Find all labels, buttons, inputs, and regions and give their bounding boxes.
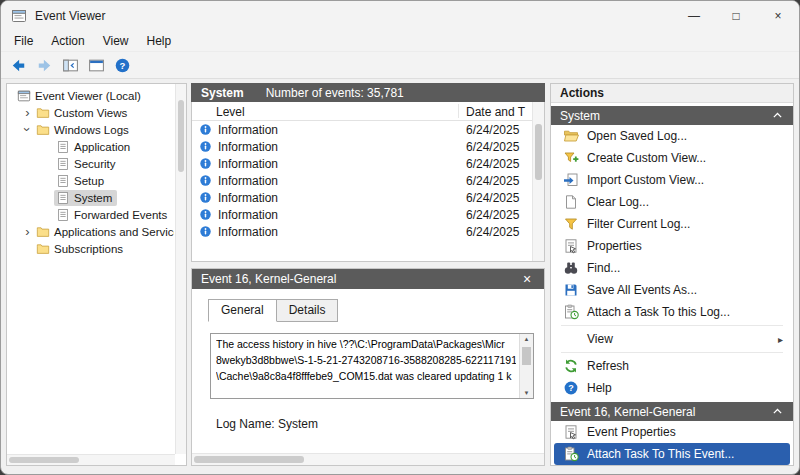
section-system-header[interactable]: System	[551, 106, 793, 125]
event-row[interactable]: Information 6/24/2025	[192, 206, 532, 223]
tree-item-inner[interactable]: Applications and Services Log	[34, 224, 174, 240]
event-row[interactable]: Information 6/24/2025	[192, 121, 532, 138]
column-date-and-time[interactable]: Date and T	[466, 105, 525, 119]
menu-item[interactable]: Action	[42, 32, 93, 50]
toolbar-button[interactable]	[85, 54, 108, 76]
task-icon	[563, 446, 579, 462]
actions-pane: Actions System Open Saved Log... Create …	[550, 83, 794, 466]
window-controls: — □ ×	[673, 1, 799, 31]
section-event-header[interactable]: Event 16, Kernel-General	[551, 402, 793, 421]
tree-item[interactable]: Windows Logs	[9, 121, 174, 138]
tree-item-inner[interactable]: Windows Logs	[34, 122, 134, 138]
tree-horizontal-scrollbar[interactable]	[7, 454, 175, 465]
action-item-label: Refresh	[587, 359, 629, 373]
tree-item-inner[interactable]: Setup	[54, 173, 109, 189]
action-item[interactable]: Import Custom View...	[551, 169, 793, 191]
tree-item-inner[interactable]: Custom Views	[34, 105, 132, 121]
message-scrollbar[interactable]	[519, 334, 533, 398]
scrollbar-thumb[interactable]	[178, 100, 184, 172]
tree-item-inner[interactable]: Subscriptions	[34, 241, 128, 257]
action-item[interactable]: Refresh	[551, 355, 793, 377]
event-row[interactable]: Information 6/24/2025	[192, 138, 532, 155]
tree-item[interactable]: Event Viewer (Local)	[9, 87, 174, 104]
scrollbar-thumb[interactable]	[9, 457, 79, 463]
action-item[interactable]: Save All Events As...	[551, 279, 793, 301]
tree-item-inner[interactable]: Application	[54, 139, 135, 155]
collapse-section-icon[interactable]	[771, 109, 784, 122]
action-item[interactable]: Open Saved Log...	[551, 125, 793, 147]
scrollbar-thumb[interactable]	[522, 347, 531, 365]
menu-item[interactable]: File	[5, 32, 42, 50]
folder-icon	[36, 242, 50, 256]
event-row[interactable]: Information 6/24/2025	[192, 155, 532, 172]
preview-horizontal-scrollbar[interactable]	[192, 453, 544, 465]
action-item[interactable]: View	[551, 328, 793, 350]
event-row[interactable]: Information 6/24/2025	[192, 189, 532, 206]
tree-item[interactable]: Application	[9, 138, 174, 155]
list-vertical-scrollbar[interactable]	[532, 102, 544, 261]
action-item-label: Event Properties	[587, 425, 676, 439]
scroll-up-icon[interactable]	[520, 336, 533, 342]
titlebar[interactable]: Event Viewer — □ ×	[1, 1, 799, 31]
info-icon	[199, 174, 212, 187]
action-item[interactable]: Find...	[551, 257, 793, 279]
tree-expander-icon[interactable]	[21, 225, 34, 238]
minimize-button[interactable]: —	[673, 1, 715, 31]
action-item[interactable]: Create Custom View...	[551, 147, 793, 169]
event-level: Information	[218, 225, 278, 239]
collapse-section-icon[interactable]	[771, 405, 784, 418]
tab-details[interactable]: Details	[276, 299, 339, 322]
action-item[interactable]: Properties	[551, 235, 793, 257]
action-item[interactable]: Attach a Task To this Log...	[551, 301, 793, 323]
log-name-field: Log Name: System	[216, 417, 318, 431]
tree-vertical-scrollbar[interactable]	[175, 84, 186, 454]
maximize-button[interactable]: □	[715, 1, 757, 31]
close-preview-icon[interactable]: ×	[519, 272, 535, 286]
tree-item[interactable]: Custom Views	[9, 104, 174, 121]
tab-general[interactable]: General	[208, 299, 277, 322]
tree-item-inner[interactable]: Event Viewer (Local)	[15, 88, 146, 104]
tree-item[interactable]: Security	[9, 155, 174, 172]
tree-item[interactable]: System	[9, 189, 174, 206]
toolbar-button[interactable]	[33, 54, 56, 76]
tree-item-inner[interactable]: System	[54, 190, 117, 206]
event-level: Information	[218, 174, 278, 188]
scrollbar-thumb[interactable]	[535, 124, 542, 180]
action-item[interactable]: Attach Task To This Event...	[554, 443, 790, 465]
scroll-down-icon[interactable]	[520, 390, 533, 396]
log-icon	[56, 174, 70, 188]
folder-icon	[36, 106, 50, 120]
tree-item-inner[interactable]: Security	[54, 156, 121, 172]
menu-item[interactable]: Help	[138, 32, 181, 50]
tree-expander-icon[interactable]	[21, 106, 34, 119]
close-button[interactable]: ×	[757, 1, 799, 31]
toolbar-button[interactable]	[7, 54, 30, 76]
event-row[interactable]: Information 6/24/2025	[192, 223, 532, 240]
toolbar-button[interactable]	[59, 54, 82, 76]
action-item-label: View	[587, 332, 613, 346]
tree-item[interactable]: Applications and Services Log	[9, 223, 174, 240]
column-level[interactable]: Level	[216, 105, 245, 119]
tree-item-label: Application	[74, 141, 130, 153]
action-item[interactable]: Clear Log...	[551, 191, 793, 213]
toolbar-button[interactable]	[111, 54, 134, 76]
tree-item[interactable]: Subscriptions	[9, 240, 174, 257]
menu-item[interactable]: View	[94, 32, 138, 50]
action-item[interactable]: Filter Current Log...	[551, 213, 793, 235]
column-separator[interactable]	[458, 104, 459, 118]
toolbar	[1, 52, 799, 79]
tree-item[interactable]: Setup	[9, 172, 174, 189]
event-list: Level Date and T Information 6/24/2025 I…	[191, 102, 545, 262]
scrollbar-thumb[interactable]	[194, 456, 304, 463]
action-item[interactable]: Event Properties	[551, 421, 793, 443]
event-date: 6/24/2025	[466, 191, 519, 205]
event-row[interactable]: Information 6/24/2025	[192, 172, 532, 189]
event-preview-pane: Event 16, Kernel-General × General Detai…	[191, 268, 545, 466]
tree-expander-icon[interactable]	[21, 123, 34, 136]
action-item[interactable]: Help	[551, 377, 793, 399]
tree-item[interactable]: Forwarded Events	[9, 206, 174, 223]
preview-title: Event 16, Kernel-General	[201, 272, 336, 286]
event-message: The access history in hive \??\C:\Progra…	[216, 337, 516, 395]
tree-item-label: Applications and Services Log	[54, 226, 174, 238]
tree-item-inner[interactable]: Forwarded Events	[54, 207, 172, 223]
